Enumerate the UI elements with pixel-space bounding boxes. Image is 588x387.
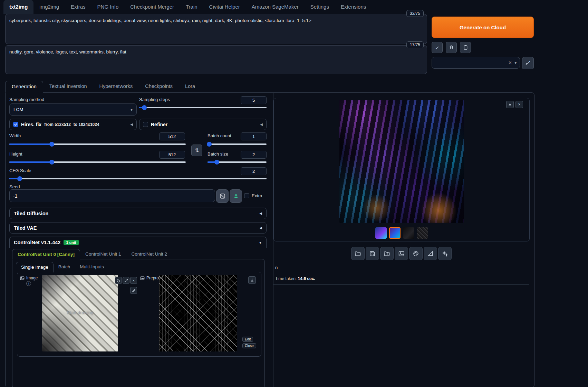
ruler-icon	[427, 250, 434, 257]
width-slider[interactable]	[9, 142, 186, 147]
swap-dimensions-button[interactable]: ⇅	[191, 145, 202, 156]
nav-tab-checkpoint-merger[interactable]: Checkpoint Merger	[124, 0, 180, 14]
sketch-pencil-button[interactable]	[130, 287, 137, 294]
nav-tab-img2img[interactable]: img2img	[33, 0, 65, 14]
save-zip-button[interactable]	[380, 247, 394, 260]
batch-size-slider-thumb[interactable]	[214, 160, 219, 165]
reuse-seed-button[interactable]	[230, 189, 242, 203]
cfg-scale-slider-thumb[interactable]	[17, 176, 22, 181]
controlnet-accordion[interactable]: ControlNet v1.1.442 1 unit ▼	[9, 237, 267, 248]
refiner-label: Refiner	[151, 122, 167, 127]
batch-size-slider[interactable]	[208, 160, 267, 165]
random-seed-button[interactable]	[216, 189, 229, 203]
controlnet-unit-panel: Single Image Batch Multi-Inputs Image i …	[12, 259, 265, 387]
tab-single-image[interactable]: Single Image	[16, 262, 54, 272]
undo-icon	[117, 279, 121, 282]
generate-button[interactable]: Generate on Cloud	[432, 17, 534, 38]
upscale-button[interactable]	[438, 247, 452, 260]
seed-input[interactable]	[9, 189, 215, 202]
tab-controlnet-unit-0[interactable]: ControlNet Unit 0 [Canny]	[12, 249, 80, 260]
tab-controlnet-unit-1[interactable]: ControlNet Unit 1	[80, 249, 126, 260]
refiner-checkbox[interactable]	[143, 122, 148, 127]
nav-tab-txt2img[interactable]: txt2img	[3, 0, 33, 14]
nav-tab-extras[interactable]: Extras	[65, 0, 91, 14]
width-slider-thumb[interactable]	[49, 142, 54, 147]
controlnet-input-image[interactable]: Start drawing	[42, 275, 118, 351]
nav-tab-png-info[interactable]: PNG Info	[91, 0, 125, 14]
collapse-left-icon[interactable]: ◀	[260, 122, 263, 126]
clear-styles-icon[interactable]: ×	[509, 60, 512, 66]
nav-tab-amazon-sagemaker[interactable]: Amazon SageMaker	[246, 0, 305, 14]
hires-fix-checkbox[interactable]	[13, 122, 18, 127]
batch-count-slider[interactable]	[208, 142, 267, 147]
tab-checkpoints[interactable]: Checkpoints	[139, 81, 179, 93]
height-slider[interactable]	[9, 160, 186, 165]
negative-prompt-wrap: 17/75 nudity, gore, violence, logos, tex…	[5, 45, 427, 74]
close-preview-button[interactable]: Close	[242, 343, 256, 348]
batch-size-number[interactable]	[241, 151, 267, 159]
expand-image-button[interactable]	[123, 277, 129, 284]
tab-multi-inputs[interactable]: Multi-Inputs	[75, 262, 109, 272]
tab-generation[interactable]: Generation	[5, 81, 43, 93]
batch-count-slider-thumb[interactable]	[207, 142, 212, 147]
tiled-vae-accordion[interactable]: Tiled VAE ◀	[9, 222, 267, 234]
clear-image-button[interactable]: ×	[130, 277, 137, 284]
style-apply-clipboard-button[interactable]	[460, 42, 471, 53]
recycle-icon	[233, 193, 239, 199]
sampling-steps-slider[interactable]	[139, 105, 267, 110]
negative-prompt-input[interactable]: nudity, gore, violence, logos, text, wat…	[5, 45, 427, 74]
thumbnail-1[interactable]	[375, 227, 387, 239]
close-icon: ×	[518, 102, 520, 107]
hires-fix-label: Hires. fix	[21, 122, 41, 127]
tiled-diffusion-accordion[interactable]: Tiled Diffusion ◀	[9, 208, 267, 219]
image-icon	[398, 250, 405, 257]
cfg-scale-slider[interactable]	[9, 176, 267, 181]
paste-generation-params-button[interactable]: ↙	[432, 42, 443, 53]
nav-tab-extensions[interactable]: Extensions	[335, 0, 372, 14]
clear-prompt-button[interactable]	[446, 42, 457, 53]
close-gallery-button[interactable]: ×	[515, 101, 523, 108]
sampling-steps-number[interactable]	[241, 96, 267, 104]
check-icon	[14, 122, 18, 126]
undo-image-button[interactable]	[115, 277, 122, 284]
generate-column: Generate on Cloud ↙ × ▾	[432, 17, 534, 69]
tab-controlnet-unit-2[interactable]: ControlNet Unit 2	[126, 249, 173, 260]
height-number[interactable]	[159, 151, 185, 159]
extra-seed-checkbox[interactable]	[244, 193, 249, 198]
edit-styles-button[interactable]	[522, 57, 534, 69]
batch-count-number[interactable]	[241, 132, 267, 140]
nav-tab-train[interactable]: Train	[180, 0, 203, 14]
send-to-img2img-button[interactable]	[395, 247, 408, 260]
nav-tab-civitai-helper[interactable]: Civitai Helper	[203, 0, 246, 14]
collapse-left-icon[interactable]: ◀	[130, 122, 133, 126]
chevron-down-icon: ▾	[131, 107, 133, 112]
controlnet-unit-badge: 1 unit	[64, 240, 78, 245]
tab-hypernetworks[interactable]: Hypernetworks	[93, 81, 139, 93]
send-to-extras-button[interactable]	[424, 247, 437, 260]
styles-dropdown[interactable]: × ▾	[432, 57, 520, 69]
download-image-button[interactable]	[506, 101, 514, 108]
generated-image[interactable]	[339, 100, 464, 223]
send-to-inpaint-button[interactable]	[409, 247, 423, 260]
positive-token-counter: 32/75	[406, 10, 424, 17]
edit-preview-button[interactable]: Edit	[242, 337, 253, 342]
download-preview-button[interactable]	[248, 276, 256, 284]
save-image-button[interactable]	[366, 247, 379, 260]
width-label: Width	[9, 133, 21, 138]
sampling-method-value: LCM	[13, 107, 23, 112]
width-number[interactable]	[159, 132, 185, 140]
tab-textual-inversion[interactable]: Textual Inversion	[43, 81, 93, 93]
tab-lora[interactable]: Lora	[179, 81, 201, 93]
cfg-scale-number[interactable]	[241, 167, 267, 175]
batch-count-label: Batch count	[208, 133, 231, 138]
nav-tab-settings[interactable]: Settings	[305, 0, 335, 14]
thumbnail-2-selected[interactable]	[389, 227, 401, 239]
sampling-steps-slider-thumb[interactable]	[142, 105, 147, 110]
height-slider-thumb[interactable]	[49, 160, 54, 165]
open-folder-button[interactable]	[351, 247, 365, 260]
thumbnail-3[interactable]	[403, 227, 414, 239]
tab-batch[interactable]: Batch	[54, 262, 75, 272]
thumbnail-4[interactable]	[417, 227, 428, 239]
sampling-method-dropdown[interactable]: LCM ▾	[9, 103, 137, 116]
positive-prompt-input[interactable]: cyberpunk, futuristic city, skyscrapers,…	[5, 14, 427, 44]
